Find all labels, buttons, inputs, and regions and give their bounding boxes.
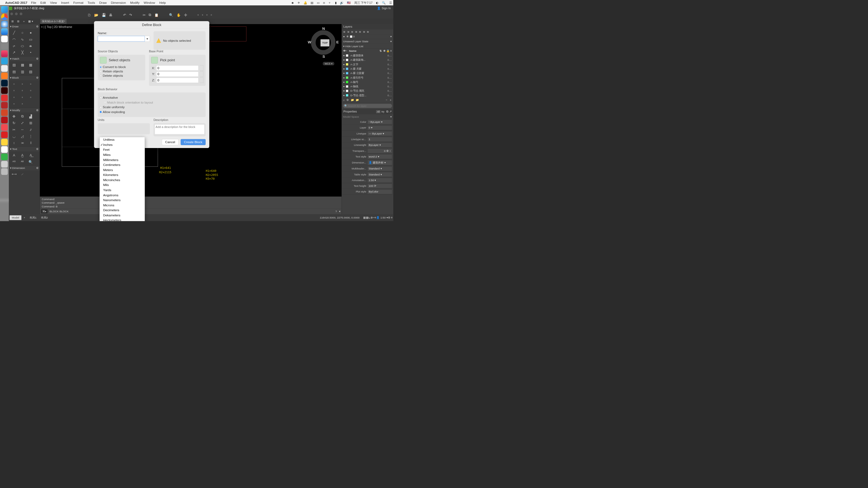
palette-dimension-head[interactable]: ▾Dimension⚙ <box>9 166 40 170</box>
layer-item[interactable]: ●A-轴号0.... <box>342 80 393 84</box>
min-dot[interactable] <box>15 12 18 15</box>
dock-powerpoint[interactable] <box>1 109 8 116</box>
layer-item[interactable]: ●A-窗-天窗0.... <box>342 67 393 71</box>
pan-icon[interactable]: ✋ <box>177 13 181 17</box>
ellipse-tool[interactable]: ⬭ <box>19 43 26 48</box>
block-name-input[interactable] <box>98 36 145 41</box>
tab-layout1[interactable]: 布局1 <box>27 215 39 220</box>
pick-point-button[interactable]: Pick point <box>151 57 204 63</box>
dock-settings[interactable] <box>1 43 8 50</box>
view-controls[interactable]: + | [ Top ] 2D Wireframe <box>41 25 72 29</box>
dock-mail[interactable] <box>1 28 8 35</box>
units-option[interactable]: Feet <box>99 147 145 152</box>
scale-selector[interactable]: 👤 1:50 ▾ <box>376 216 388 219</box>
explode-tool[interactable]: ▫ <box>27 95 34 100</box>
scale-tool[interactable]: ⤢ <box>19 120 26 126</box>
caret-icon[interactable]: ▾ <box>343 44 344 48</box>
cut-icon[interactable]: ✂ <box>143 13 145 17</box>
layer-item[interactable]: ●D-节点-造型...0.... <box>342 93 393 97</box>
col-name[interactable]: Name <box>349 50 379 53</box>
layer-settings-icon[interactable]: ⚙ <box>346 98 349 102</box>
prop-ltscale[interactable]: 1 <box>368 137 392 141</box>
sort-icon[interactable]: ⇅ <box>379 50 382 53</box>
gear-icon[interactable]: ⚙ ≡ <box>388 216 393 219</box>
radio-convert[interactable] <box>100 66 101 68</box>
max-dot[interactable] <box>20 12 22 15</box>
units-option[interactable]: Mils <box>99 183 145 188</box>
expand-icon[interactable]: ↗ <box>389 110 392 113</box>
plus-icon[interactable]: ＋ <box>389 98 392 102</box>
select-objects-button[interactable]: Select objects <box>100 57 143 63</box>
navcube[interactable]: TOP N E S W <box>307 27 339 59</box>
status-icon[interactable]: ☻ <box>291 1 294 4</box>
file-tab[interactable]: 保利城18-3-7-框架* <box>40 19 67 24</box>
ungroup-tool[interactable]: ▫ <box>19 101 26 106</box>
menu-edit[interactable]: Edit <box>40 1 46 5</box>
units-option[interactable]: Hectometers <box>99 218 145 221</box>
menu-modify[interactable]: Modify <box>130 1 140 5</box>
z-stepper[interactable] <box>200 77 204 83</box>
stretch-tool[interactable]: ↕ <box>10 140 18 145</box>
dock-wechat[interactable] <box>1 154 8 160</box>
chk-scale-uniform[interactable] <box>100 106 101 108</box>
print-icon[interactable]: 🖶 <box>109 13 113 17</box>
chevron-down-icon[interactable]: ▾ <box>390 35 392 38</box>
pick-icon[interactable]: ⧉ <box>385 110 389 113</box>
join-tool[interactable]: ⫘ <box>19 140 26 145</box>
blockedit-tool[interactable]: ▫ <box>27 88 34 93</box>
battery-icon[interactable]: ▮ <box>335 1 337 4</box>
pattern-tool[interactable]: ▧ <box>27 69 34 74</box>
spotlight-icon[interactable]: 🔍 <box>382 1 386 4</box>
description-input[interactable] <box>155 124 204 134</box>
menu-dimension[interactable]: Dimension <box>111 1 126 5</box>
workspace-switch[interactable]: ⊞ <box>10 19 14 23</box>
airplay-icon[interactable]: ⧈ <box>323 1 325 4</box>
attdef-tool[interactable]: ▫ <box>10 88 18 93</box>
dimalg-tool[interactable]: ⟋ <box>19 172 26 177</box>
prop-layer[interactable]: 0 ▾ <box>368 126 392 130</box>
layer-tool-icon[interactable]: ≋ <box>351 30 353 33</box>
units-option[interactable]: Centimeters <box>99 162 145 167</box>
extend-tool[interactable]: ↔ <box>19 127 26 132</box>
navcube-e[interactable]: E <box>336 40 339 44</box>
menu-help[interactable]: Help <box>159 1 166 5</box>
prop-color[interactable]: ▫ ByLayer ▾ <box>368 120 392 124</box>
pt-tool[interactable]: • <box>27 50 34 55</box>
prop-tablestyle[interactable]: Standard ▾ <box>368 172 392 176</box>
make-block-tool[interactable]: ▫ <box>10 82 18 87</box>
xref-tool[interactable]: ▫ <box>10 95 18 100</box>
menu-format[interactable]: Format <box>73 1 83 5</box>
menu-draw[interactable]: Draw <box>99 1 106 5</box>
dock-finder[interactable] <box>1 6 8 13</box>
x-input[interactable] <box>156 65 198 70</box>
rotate-tool[interactable]: ↻ <box>10 120 18 126</box>
group-tool[interactable]: ▫ <box>10 101 18 106</box>
spline-tool[interactable]: ∿ <box>19 37 26 42</box>
layer-tool-icon[interactable]: ≋ <box>355 30 357 33</box>
navcube-n[interactable]: N <box>322 27 325 31</box>
bell-icon[interactable]: 🔔 <box>304 1 307 4</box>
z-input[interactable] <box>156 78 198 83</box>
units-option[interactable]: Decimeters <box>99 208 145 213</box>
layer-item[interactable]: ●A-建筑装饰...0.... <box>342 58 393 62</box>
dock-autocad[interactable] <box>1 117 8 123</box>
layer-item[interactable]: ●A-轴线0.... <box>342 84 393 89</box>
boundary-tool[interactable]: ▦ <box>27 62 34 67</box>
mirror-tool[interactable]: ▟ <box>27 114 34 119</box>
dimlin-tool[interactable]: ⟷ <box>10 172 18 177</box>
menu-window[interactable]: Window <box>144 1 155 5</box>
palette-text-head[interactable]: ▾Text⚙ <box>9 147 40 151</box>
prop-textheight[interactable]: 100 ⟳ <box>368 184 392 188</box>
polyline-tool[interactable]: ⩫ <box>10 43 18 48</box>
cc-icon[interactable]: ◐ <box>376 1 379 4</box>
minus-icon[interactable]: − <box>386 98 388 102</box>
y-stepper[interactable] <box>200 71 204 77</box>
signin-link[interactable]: 👤 Sign In <box>377 6 391 10</box>
menu-icon[interactable]: ≡ <box>390 50 392 53</box>
layer-search-input[interactable] <box>347 104 391 108</box>
lock-icon[interactable]: ❄ <box>346 35 348 38</box>
prop-lineweight[interactable]: ByLayer ▾ <box>368 143 392 147</box>
visibility-icon[interactable]: ● <box>343 35 345 38</box>
pline-tool[interactable]: ⩩ <box>27 43 34 48</box>
fill-tool[interactable]: ▥ <box>19 69 26 74</box>
